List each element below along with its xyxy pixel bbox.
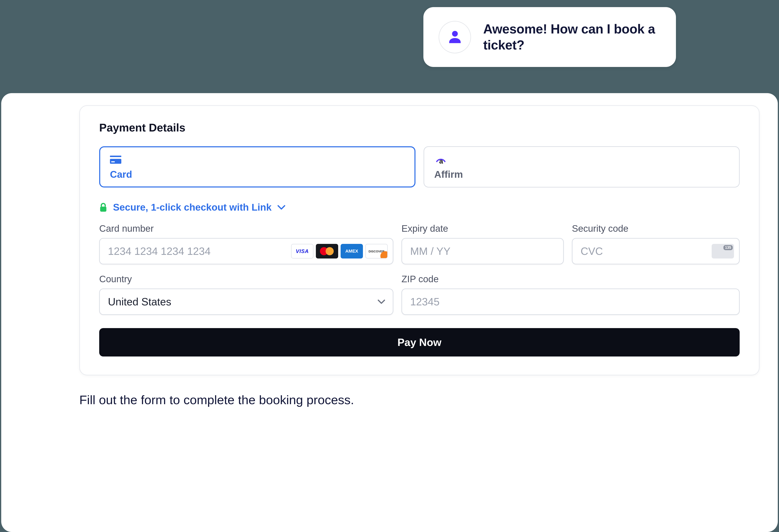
user-avatar bbox=[438, 21, 471, 53]
lock-icon bbox=[99, 202, 107, 213]
svg-rect-4 bbox=[111, 161, 115, 162]
affirm-icon: a bbox=[434, 155, 729, 164]
svg-rect-2 bbox=[110, 156, 121, 157]
payment-method-affirm[interactable]: a Affirm bbox=[424, 146, 740, 187]
payment-method-card-label: Card bbox=[110, 169, 405, 180]
assistant-response-card: Payment Details Card a Affirm Secure, 1-… bbox=[1, 93, 778, 532]
amex-icon: AMEX bbox=[341, 244, 363, 258]
zip-input[interactable] bbox=[402, 289, 740, 315]
payment-method-card[interactable]: Card bbox=[99, 146, 415, 187]
payment-details-panel: Payment Details Card a Affirm Secure, 1-… bbox=[79, 105, 760, 375]
pay-now-button[interactable]: Pay Now bbox=[99, 328, 740, 356]
accepted-card-brands: VISA AMEX DISCOVER bbox=[291, 244, 388, 258]
link-checkout-toggle[interactable]: Secure, 1-click checkout with Link bbox=[99, 202, 740, 213]
panel-title: Payment Details bbox=[99, 121, 740, 134]
payment-method-affirm-label: Affirm bbox=[434, 169, 729, 180]
chevron-down-icon bbox=[277, 205, 286, 210]
svg-rect-6 bbox=[100, 206, 107, 212]
mastercard-icon bbox=[316, 244, 338, 258]
svg-text:a: a bbox=[439, 157, 443, 164]
user-chat-bubble: Awesome! How can I book a ticket? bbox=[423, 7, 676, 67]
cvc-label: Security code bbox=[572, 223, 740, 234]
assistant-caption: Fill out the form to complete the bookin… bbox=[79, 393, 760, 407]
cvc-hint-icon: 135 bbox=[712, 244, 734, 258]
discover-icon: DISCOVER bbox=[365, 244, 388, 258]
svg-point-0 bbox=[452, 31, 458, 37]
expiry-input[interactable] bbox=[402, 238, 564, 264]
payment-method-tabs: Card a Affirm bbox=[99, 146, 740, 187]
card-icon bbox=[110, 155, 405, 164]
expiry-label: Expiry date bbox=[402, 223, 564, 234]
visa-icon: VISA bbox=[291, 244, 313, 258]
link-checkout-label: Secure, 1-click checkout with Link bbox=[113, 202, 272, 213]
zip-label: ZIP code bbox=[402, 274, 740, 285]
country-label: Country bbox=[99, 274, 393, 285]
card-number-label: Card number bbox=[99, 223, 393, 234]
person-icon bbox=[446, 28, 464, 46]
user-message-text: Awesome! How can I book a ticket? bbox=[483, 21, 661, 53]
country-select[interactable]: United States bbox=[99, 289, 393, 315]
